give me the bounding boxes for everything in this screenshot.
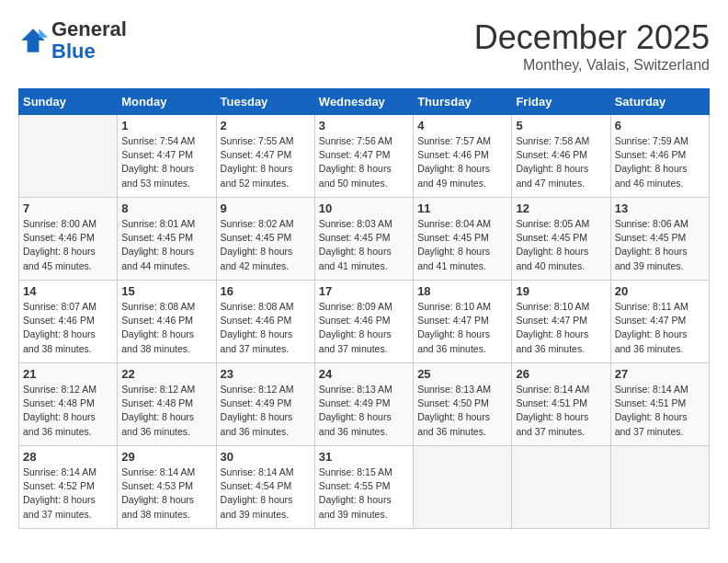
day-info: Sunrise: 7:55 AMSunset: 4:47 PMDaylight:… <box>221 134 311 190</box>
day-info: Sunrise: 8:04 AMSunset: 4:45 PMDaylight:… <box>417 217 507 273</box>
sunrise-text: Sunrise: 8:01 AM <box>121 218 195 229</box>
day-info: Sunrise: 8:14 AMSunset: 4:52 PMDaylight:… <box>23 465 113 522</box>
day-cell <box>512 446 610 529</box>
sunset-text: Sunset: 4:45 PM <box>417 232 489 243</box>
logo: General Blue <box>18 18 127 63</box>
day-number: 5 <box>516 119 606 132</box>
daylight-text: Daylight: 8 hoursand 44 minutes. <box>121 246 194 270</box>
day-info: Sunrise: 7:58 AMSunset: 4:46 PMDaylight:… <box>516 134 606 190</box>
daylight-text: Daylight: 8 hoursand 41 minutes. <box>319 246 392 270</box>
day-cell <box>414 446 512 529</box>
daylight-text: Daylight: 8 hoursand 42 minutes. <box>221 246 293 270</box>
daylight-text: Daylight: 8 hoursand 38 minutes. <box>121 494 194 519</box>
day-cell: 27Sunrise: 8:14 AMSunset: 4:51 PMDayligh… <box>610 363 709 446</box>
sunrise-text: Sunrise: 8:13 AM <box>319 384 392 395</box>
daylight-text: Daylight: 8 hoursand 53 minutes. <box>121 163 194 188</box>
sunset-text: Sunset: 4:47 PM <box>417 315 489 326</box>
day-cell: 6Sunrise: 7:59 AMSunset: 4:46 PMDaylight… <box>610 115 709 198</box>
sunrise-text: Sunrise: 8:00 AM <box>23 218 97 229</box>
daylight-text: Daylight: 8 hoursand 41 minutes. <box>417 246 490 270</box>
sunrise-text: Sunrise: 7:58 AM <box>516 135 589 146</box>
day-cell: 26Sunrise: 8:14 AMSunset: 4:51 PMDayligh… <box>512 363 610 446</box>
sunrise-text: Sunrise: 8:09 AM <box>319 301 392 312</box>
day-info: Sunrise: 8:07 AMSunset: 4:46 PMDaylight:… <box>23 300 113 356</box>
day-cell: 23Sunrise: 8:12 AMSunset: 4:49 PMDayligh… <box>216 363 314 446</box>
day-info: Sunrise: 8:05 AMSunset: 4:45 PMDaylight:… <box>516 217 606 273</box>
day-info: Sunrise: 8:10 AMSunset: 4:47 PMDaylight:… <box>516 300 606 356</box>
sunrise-text: Sunrise: 7:59 AM <box>615 135 688 146</box>
day-number: 14 <box>23 284 113 298</box>
header-day-monday: Monday <box>118 89 216 115</box>
day-info: Sunrise: 8:14 AMSunset: 4:54 PMDaylight:… <box>221 465 311 522</box>
day-number: 6 <box>615 119 705 132</box>
day-number: 9 <box>221 201 311 215</box>
day-info: Sunrise: 8:12 AMSunset: 4:48 PMDaylight:… <box>121 383 211 439</box>
daylight-text: Daylight: 8 hoursand 36 minutes. <box>23 411 96 436</box>
day-cell: 19Sunrise: 8:10 AMSunset: 4:47 PMDayligh… <box>512 281 610 363</box>
title-block: December 2025 Monthey, Valais, Switzerla… <box>474 18 710 74</box>
day-info: Sunrise: 8:09 AMSunset: 4:46 PMDaylight:… <box>319 300 409 356</box>
day-info: Sunrise: 8:14 AMSunset: 4:51 PMDaylight:… <box>516 383 606 439</box>
day-cell: 17Sunrise: 8:09 AMSunset: 4:46 PMDayligh… <box>314 281 413 363</box>
sunset-text: Sunset: 4:46 PM <box>516 149 587 160</box>
day-info: Sunrise: 8:08 AMSunset: 4:46 PMDaylight:… <box>121 300 211 356</box>
day-cell: 1Sunrise: 7:54 AMSunset: 4:47 PMDaylight… <box>118 115 216 198</box>
daylight-text: Daylight: 8 hoursand 36 minutes. <box>417 328 490 353</box>
sunset-text: Sunset: 4:47 PM <box>615 315 687 326</box>
day-number: 11 <box>417 201 507 215</box>
sunrise-text: Sunrise: 8:07 AM <box>23 301 97 312</box>
day-info: Sunrise: 8:08 AMSunset: 4:46 PMDaylight:… <box>221 300 311 356</box>
logo-icon <box>18 26 48 55</box>
day-cell: 28Sunrise: 8:14 AMSunset: 4:52 PMDayligh… <box>19 446 118 529</box>
day-info: Sunrise: 8:13 AMSunset: 4:49 PMDaylight:… <box>319 383 409 439</box>
day-number: 8 <box>121 201 211 215</box>
sunrise-text: Sunrise: 8:02 AM <box>221 218 294 229</box>
sunrise-text: Sunrise: 8:12 AM <box>23 384 97 395</box>
day-info: Sunrise: 7:57 AMSunset: 4:46 PMDaylight:… <box>417 134 507 190</box>
day-number: 10 <box>319 201 409 215</box>
logo-general-text: General <box>51 17 127 40</box>
day-number: 24 <box>319 367 409 381</box>
day-info: Sunrise: 8:02 AMSunset: 4:45 PMDaylight:… <box>221 217 311 273</box>
day-number: 12 <box>516 201 606 215</box>
header-day-wednesday: Wednesday <box>314 89 413 115</box>
day-cell: 30Sunrise: 8:14 AMSunset: 4:54 PMDayligh… <box>216 446 314 529</box>
day-number: 19 <box>516 284 606 298</box>
day-info: Sunrise: 8:15 AMSunset: 4:55 PMDaylight:… <box>319 465 409 522</box>
day-cell: 4Sunrise: 7:57 AMSunset: 4:46 PMDaylight… <box>414 115 512 198</box>
daylight-text: Daylight: 8 hoursand 36 minutes. <box>615 328 688 353</box>
week-row-3: 14Sunrise: 8:07 AMSunset: 4:46 PMDayligh… <box>19 281 710 363</box>
calendar-table: SundayMondayTuesdayWednesdayThursdayFrid… <box>18 88 710 529</box>
sunrise-text: Sunrise: 8:12 AM <box>121 384 195 395</box>
week-row-1: 1Sunrise: 7:54 AMSunset: 4:47 PMDaylight… <box>19 115 710 198</box>
daylight-text: Daylight: 8 hoursand 47 minutes. <box>516 163 588 188</box>
day-number: 18 <box>417 284 507 298</box>
sunrise-text: Sunrise: 8:13 AM <box>417 384 491 395</box>
day-number: 23 <box>221 367 311 381</box>
header-day-thursday: Thursday <box>414 89 512 115</box>
sunrise-text: Sunrise: 8:11 AM <box>615 301 688 312</box>
daylight-text: Daylight: 8 hoursand 39 minutes. <box>319 494 392 519</box>
sunrise-text: Sunrise: 8:10 AM <box>516 301 589 312</box>
sunset-text: Sunset: 4:51 PM <box>615 397 687 408</box>
sunrise-text: Sunrise: 7:57 AM <box>417 135 491 146</box>
daylight-text: Daylight: 8 hoursand 38 minutes. <box>121 328 194 353</box>
sunrise-text: Sunrise: 8:14 AM <box>221 466 294 477</box>
day-number: 16 <box>221 284 311 298</box>
daylight-text: Daylight: 8 hoursand 36 minutes. <box>221 411 293 436</box>
day-info: Sunrise: 7:59 AMSunset: 4:46 PMDaylight:… <box>615 134 705 190</box>
sunset-text: Sunset: 4:46 PM <box>615 149 687 160</box>
day-number: 27 <box>615 367 705 381</box>
sunset-text: Sunset: 4:46 PM <box>417 149 489 160</box>
day-cell: 25Sunrise: 8:13 AMSunset: 4:50 PMDayligh… <box>414 363 512 446</box>
day-cell: 5Sunrise: 7:58 AMSunset: 4:46 PMDaylight… <box>512 115 610 198</box>
header-day-tuesday: Tuesday <box>216 89 314 115</box>
daylight-text: Daylight: 8 hoursand 52 minutes. <box>221 163 293 188</box>
day-info: Sunrise: 8:12 AMSunset: 4:48 PMDaylight:… <box>23 383 113 439</box>
day-number: 4 <box>417 119 507 132</box>
sunset-text: Sunset: 4:55 PM <box>319 480 391 491</box>
sunset-text: Sunset: 4:49 PM <box>319 397 391 408</box>
day-number: 17 <box>319 284 409 298</box>
day-cell: 20Sunrise: 8:11 AMSunset: 4:47 PMDayligh… <box>610 281 709 363</box>
days-header-row: SundayMondayTuesdayWednesdayThursdayFrid… <box>19 89 710 115</box>
